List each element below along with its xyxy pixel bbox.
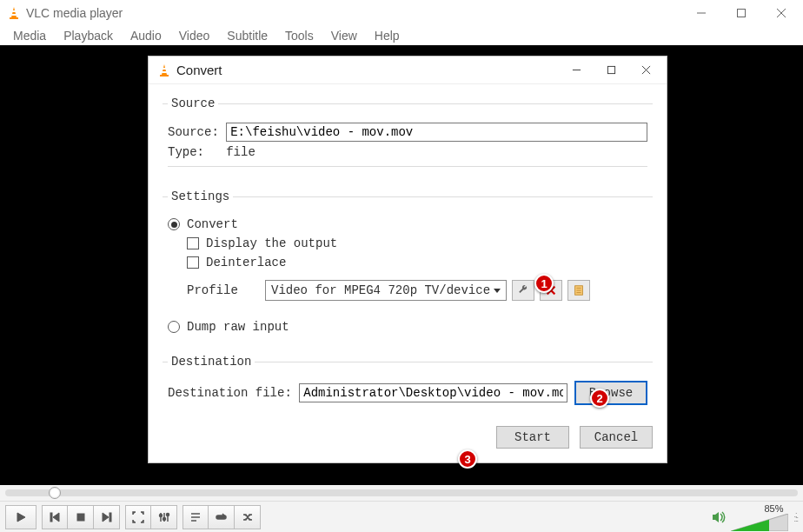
annotation-badge-3: 3	[458, 449, 477, 469]
chevron-down-icon	[494, 289, 501, 293]
wrench-icon	[517, 284, 529, 296]
svg-point-31	[159, 514, 162, 516]
loop-button[interactable]	[209, 505, 235, 529]
svg-marker-22	[17, 513, 25, 522]
dialog-title: Convert	[176, 63, 559, 77]
resize-grip-icon[interactable]: .:.::	[793, 513, 798, 522]
menu-subtitle[interactable]: Subtitle	[219, 29, 275, 43]
vlc-cone-icon	[157, 63, 171, 77]
stop-icon	[75, 511, 87, 523]
transport-bar: 85% .:.::	[0, 501, 803, 532]
seek-handle[interactable]	[49, 487, 61, 499]
menu-help[interactable]: Help	[367, 29, 408, 43]
new-profile-button[interactable]	[567, 280, 590, 301]
playlist-icon	[189, 511, 202, 523]
playlist-button[interactable]	[182, 505, 209, 529]
volume-slider[interactable]	[731, 514, 788, 531]
loop-icon	[216, 511, 228, 523]
dialog-titlebar: Convert	[149, 57, 667, 84]
menubar: Media Playback Audio Video Subtitle Tool…	[0, 26, 803, 45]
radio-icon	[168, 218, 180, 230]
svg-rect-9	[163, 68, 166, 70]
main-titlebar: VLC media player	[0, 0, 803, 26]
speaker-icon[interactable]	[712, 511, 726, 523]
settings-group: Settings Convert Display the output Dein…	[163, 190, 653, 344]
seek-track	[5, 489, 798, 496]
menu-media[interactable]: Media	[5, 29, 54, 43]
play-icon	[15, 511, 27, 523]
svg-rect-25	[77, 514, 84, 521]
seek-bar[interactable]	[0, 485, 803, 501]
type-label: Type:	[168, 145, 226, 159]
new-profile-icon	[573, 284, 585, 296]
svg-rect-2	[11, 14, 17, 16]
source-label: Source:	[168, 125, 226, 139]
cancel-button[interactable]: Cancel	[580, 426, 653, 449]
source-group-label: Source	[168, 96, 218, 110]
menu-audio[interactable]: Audio	[123, 29, 169, 43]
annotation-badge-1: 1	[534, 274, 554, 293]
svg-rect-5	[738, 10, 746, 17]
display-output-checkbox[interactable]: Display the output	[187, 236, 647, 250]
svg-rect-23	[50, 513, 52, 522]
display-output-label: Display the output	[206, 236, 337, 250]
svg-rect-13	[607, 66, 614, 73]
fullscreen-button[interactable]	[125, 505, 151, 529]
shuffle-icon	[242, 511, 254, 523]
svg-point-32	[163, 517, 165, 520]
svg-rect-3	[10, 17, 18, 19]
start-button[interactable]: Start	[496, 426, 569, 449]
settings-group-label: Settings	[168, 190, 233, 203]
dialog-close-button[interactable]	[628, 58, 663, 83]
menu-tools[interactable]: Tools	[277, 29, 322, 43]
deinterlace-checkbox[interactable]: Deinterlace	[187, 256, 647, 269]
svg-marker-26	[103, 513, 109, 522]
svg-rect-1	[12, 10, 16, 12]
checkbox-icon	[187, 237, 199, 249]
shuffle-button[interactable]	[235, 505, 261, 529]
deinterlace-label: Deinterlace	[206, 256, 286, 269]
main-window-title: VLC media player	[26, 6, 681, 20]
convert-radio[interactable]: Convert	[168, 217, 647, 231]
svg-marker-24	[53, 513, 59, 522]
extended-settings-button[interactable]	[151, 505, 177, 529]
source-input[interactable]	[226, 123, 647, 142]
convert-radio-label: Convert	[187, 217, 238, 231]
type-value: file	[226, 145, 256, 159]
convert-dialog: Convert Source Source: Type: file	[148, 56, 667, 463]
destination-group-label: Destination	[168, 355, 255, 369]
stop-button[interactable]	[68, 505, 94, 529]
skip-next-icon	[101, 511, 113, 523]
browse-button[interactable]: Browse	[574, 381, 647, 405]
menu-video[interactable]: Video	[171, 29, 218, 43]
menu-view[interactable]: View	[323, 29, 365, 43]
svg-point-33	[166, 513, 169, 515]
skip-previous-icon	[49, 511, 61, 523]
dialog-minimize-button[interactable]	[559, 58, 594, 83]
fullscreen-icon	[132, 511, 144, 523]
destination-input[interactable]	[299, 383, 567, 402]
destination-label: Destination file:	[168, 386, 299, 400]
minimize-button[interactable]	[681, 0, 721, 26]
sliders-icon	[158, 511, 170, 523]
dump-raw-radio[interactable]: Dump raw input	[168, 320, 647, 334]
annotation-badge-2: 2	[590, 389, 609, 408]
vlc-cone-icon	[7, 6, 21, 20]
edit-profile-button[interactable]	[512, 280, 534, 301]
close-button[interactable]	[761, 0, 801, 26]
destination-group: Destination Destination file: Browse	[163, 355, 653, 414]
maximize-button[interactable]	[721, 0, 761, 26]
dialog-maximize-button[interactable]	[594, 58, 628, 83]
source-group: Source Source: Type: file	[163, 96, 653, 179]
svg-rect-27	[110, 513, 111, 522]
checkbox-icon	[187, 256, 199, 269]
svg-marker-37	[713, 512, 719, 522]
previous-button[interactable]	[42, 505, 68, 529]
dump-raw-label: Dump raw input	[187, 320, 289, 334]
profile-select[interactable]: Video for MPEG4 720p TV/device	[265, 280, 507, 301]
play-button[interactable]	[5, 505, 36, 529]
profile-label: Profile	[187, 283, 260, 297]
next-button[interactable]	[94, 505, 120, 529]
svg-rect-11	[160, 75, 169, 76]
menu-playback[interactable]: Playback	[56, 29, 121, 43]
